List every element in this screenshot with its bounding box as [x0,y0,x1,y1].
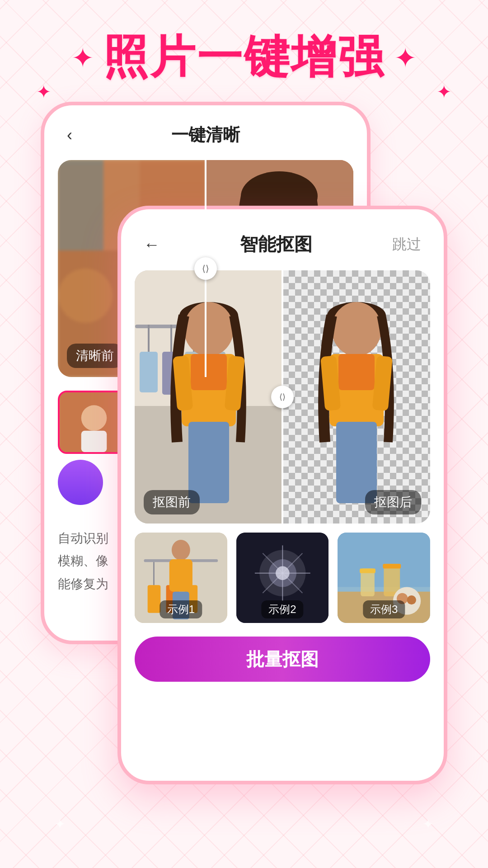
svg-rect-69 [360,569,375,573]
front-before-label: 抠图前 [144,490,200,514]
svg-rect-16 [81,431,107,452]
batch-cutout-label: 批量抠图 [246,647,319,672]
svg-rect-25 [140,352,158,392]
slider-divider-back: ⟨⟩ [205,160,206,377]
front-slider-handle[interactable]: ⟨⟩ [271,386,294,408]
front-slider-divider: ⟨⟩ [282,270,283,524]
example-thumb-2[interactable]: 示例2 [236,533,329,623]
svg-rect-55 [169,559,192,592]
back-phone-back-btn[interactable]: ‹ [67,126,72,145]
page-title: 照片一键增强 [103,27,385,88]
front-screen-title: 智能抠图 [240,232,312,257]
phones-container: ‹ 一键清晰 [41,102,447,780]
svg-point-15 [81,405,107,431]
example-thumb-1[interactable]: 示例1 [135,533,227,623]
back-screen-title: 一键清晰 [171,123,240,146]
svg-point-40 [332,302,381,356]
purple-circle-btn[interactable] [58,460,103,505]
front-image-container: ⟨⟩ 抠图前 抠图后 [135,270,430,524]
content-wrapper: ✦ 照片一键增强 ✦ ‹ 一键清晰 [0,0,488,868]
example-thumb-3[interactable]: 示例3 [338,533,430,623]
back-screen-header: ‹ 一键清晰 [44,105,367,156]
svg-point-54 [172,540,190,560]
before-label-back: 清晰前 [67,344,123,368]
svg-point-74 [407,595,416,604]
batch-cutout-button[interactable]: 批量抠图 [135,637,430,682]
svg-point-33 [184,302,234,356]
example-3-label: 示例3 [363,600,405,618]
front-image-before [135,270,282,524]
description-text: 自动识别 模糊、像 能修复为 [58,527,108,595]
svg-rect-49 [148,585,161,613]
example-1-label: 示例1 [160,600,202,618]
header-section: ✦ 照片一键增强 ✦ [71,27,417,88]
svg-rect-35 [191,354,227,390]
example-2-label: 示例2 [261,600,303,618]
slider-handle-back[interactable]: ⟨⟩ [194,257,217,280]
front-screen-header: ← 智能抠图 跳过 [121,209,444,266]
svg-rect-48 [153,562,155,585]
svg-rect-71 [383,564,401,568]
skip-button[interactable]: 跳过 [392,235,421,255]
sparkle-left-icon: ✦ [71,42,94,74]
svg-rect-42 [338,354,375,390]
sparkle-right-icon: ✦ [394,42,417,74]
examples-row: 示例1 示例2 [135,533,430,623]
front-phone: ← 智能抠图 跳过 [117,206,447,784]
front-image-after [282,270,430,524]
svg-point-64 [276,566,290,580]
front-after-label: 抠图后 [365,490,421,514]
front-phone-back-btn[interactable]: ← [144,235,160,254]
